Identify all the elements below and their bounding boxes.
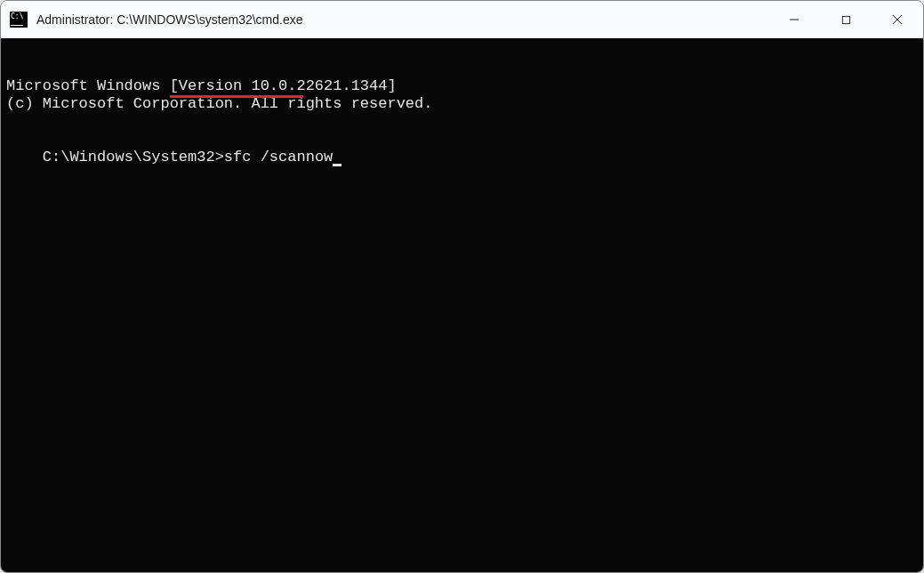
svg-rect-1 <box>842 16 849 23</box>
close-icon <box>892 14 903 25</box>
titlebar[interactable]: Administrator: C:\WINDOWS\system32\cmd.e… <box>1 1 923 38</box>
command-text: sfc /scannow <box>224 149 333 165</box>
command-underline-annotation <box>170 95 303 98</box>
window-title: Administrator: C:\WINDOWS\system32\cmd.e… <box>36 12 768 27</box>
minimize-icon <box>789 14 799 25</box>
close-button[interactable] <box>872 1 923 38</box>
maximize-button[interactable] <box>820 1 872 38</box>
cmd-icon <box>10 12 28 28</box>
copyright-line: (c) Microsoft Corporation. All rights re… <box>6 95 918 113</box>
cursor <box>333 164 341 166</box>
console-area[interactable]: Microsoft Windows [Version 10.0.22621.13… <box>1 38 923 572</box>
cmd-window: Administrator: C:\WINDOWS\system32\cmd.e… <box>0 0 924 573</box>
window-controls <box>768 1 923 38</box>
prompt-line: C:\Windows\System32>sfc /scannow <box>43 149 341 166</box>
minimize-button[interactable] <box>768 1 820 38</box>
prompt-text: C:\Windows\System32> <box>43 149 224 165</box>
version-line: Microsoft Windows [Version 10.0.22621.13… <box>6 77 918 95</box>
maximize-icon <box>841 15 851 25</box>
